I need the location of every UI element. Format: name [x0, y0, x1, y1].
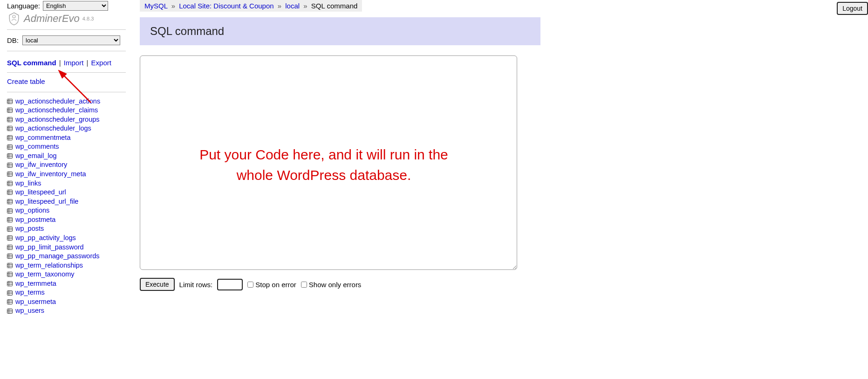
svg-rect-57: [7, 227, 13, 231]
table-row: wp_actionscheduler_logs: [7, 124, 126, 133]
table-link[interactable]: wp_term_relationships: [15, 261, 83, 270]
table-link[interactable]: wp_ifw_inventory: [15, 160, 67, 170]
table-row: wp_actionscheduler_actions: [7, 97, 126, 106]
table-row: wp_litespeed_url: [7, 188, 126, 197]
table-link[interactable]: wp_terms: [15, 288, 45, 297]
table-icon: [7, 135, 13, 140]
table-link[interactable]: wp_actionscheduler_logs: [15, 124, 91, 133]
breadcrumb: MySQL » Local Site: Discount & Coupon » …: [140, 0, 362, 12]
divider: [7, 92, 126, 92]
table-icon: [7, 290, 13, 296]
table-link[interactable]: wp_postmeta: [15, 215, 55, 225]
table-row: wp_pp_manage_passwords: [7, 252, 126, 261]
limit-rows-input[interactable]: [217, 279, 243, 290]
table-link[interactable]: wp_comments: [15, 142, 59, 152]
svg-rect-13: [7, 126, 13, 131]
svg-rect-49: [7, 208, 13, 213]
table-link[interactable]: wp_links: [15, 179, 41, 188]
table-row: wp_email_log: [7, 152, 126, 161]
svg-rect-29: [7, 163, 13, 167]
table-link[interactable]: wp_pp_manage_passwords: [15, 252, 100, 261]
table-icon: [7, 181, 13, 186]
sql-textarea[interactable]: [140, 55, 517, 270]
table-link[interactable]: wp_users: [15, 306, 44, 316]
svg-rect-17: [7, 136, 13, 140]
crumb-page: SQL command: [311, 2, 358, 10]
svg-rect-1: [7, 99, 13, 103]
table-icon: [7, 163, 13, 168]
logout-button[interactable]: Logout: [837, 2, 868, 15]
table-icon: [7, 108, 13, 113]
table-link[interactable]: wp_posts: [15, 224, 44, 234]
svg-rect-45: [7, 199, 13, 204]
svg-rect-33: [7, 172, 13, 177]
crumb-server[interactable]: Local Site: Discount & Coupon: [179, 2, 273, 10]
table-link[interactable]: wp_actionscheduler_claims: [15, 106, 98, 115]
brand-version: 4.8.3: [82, 16, 94, 21]
table-row: wp_users: [7, 306, 126, 316]
stop-on-error-checkbox[interactable]: [247, 282, 253, 288]
language-label: Language:: [7, 2, 40, 10]
crumb-driver[interactable]: MySQL: [144, 2, 167, 10]
sidebar: Language: English AdminerEvo 4.8.3 DB: l…: [0, 0, 130, 320]
crumb-db[interactable]: local: [285, 2, 300, 10]
table-icon: [7, 299, 13, 304]
table-link[interactable]: wp_termmeta: [15, 279, 56, 289]
page-title-bar: SQL command: [140, 17, 540, 45]
table-icon: [7, 254, 13, 259]
link-create-table[interactable]: Create table: [7, 77, 45, 85]
table-link[interactable]: wp_options: [15, 206, 49, 215]
svg-rect-81: [7, 282, 13, 286]
table-row: wp_comments: [7, 142, 126, 152]
divider: [7, 29, 126, 30]
table-link[interactable]: wp_actionscheduler_actions: [15, 97, 100, 106]
table-link[interactable]: wp_litespeed_url: [15, 188, 66, 197]
svg-rect-89: [7, 300, 13, 304]
table-row: wp_links: [7, 179, 126, 188]
link-import[interactable]: Import: [64, 59, 84, 67]
table-icon: [7, 199, 13, 204]
db-select[interactable]: local: [22, 35, 120, 45]
table-icon: [7, 227, 13, 232]
table-icon: [7, 99, 13, 104]
table-link[interactable]: wp_litespeed_url_file: [15, 197, 78, 207]
table-icon: [7, 145, 13, 150]
table-link[interactable]: wp_actionscheduler_groups: [15, 115, 100, 124]
stop-on-error-label: Stop on error: [255, 281, 296, 289]
table-link[interactable]: wp_pp_limit_password: [15, 243, 84, 252]
language-select[interactable]: English: [43, 1, 108, 11]
table-icon: [7, 153, 13, 158]
table-icon: [7, 172, 13, 177]
action-links: SQL command | Import | Export: [7, 58, 126, 69]
table-link[interactable]: wp_ifw_inventory_meta: [15, 170, 86, 179]
table-link[interactable]: wp_commentmeta: [15, 133, 70, 143]
svg-rect-5: [7, 108, 13, 113]
table-link[interactable]: wp_pp_activity_logs: [15, 234, 76, 243]
table-row: wp_actionscheduler_groups: [7, 115, 126, 124]
table-list: wp_actionscheduler_actionswp_actionsched…: [7, 97, 126, 316]
brand-name: AdminerEvo: [24, 13, 80, 25]
svg-point-0: [13, 15, 15, 18]
svg-rect-25: [7, 154, 13, 158]
table-link[interactable]: wp_term_taxonomy: [15, 270, 75, 279]
brand: AdminerEvo 4.8.3: [7, 12, 126, 26]
table-link[interactable]: wp_email_log: [15, 152, 57, 161]
link-sql-command[interactable]: SQL command: [7, 59, 56, 67]
table-icon: [7, 235, 13, 241]
table-row: wp_options: [7, 206, 126, 215]
svg-rect-37: [7, 181, 13, 186]
show-only-errors-checkbox[interactable]: [301, 282, 307, 288]
execute-button[interactable]: Execute: [140, 278, 175, 291]
table-row: wp_posts: [7, 224, 126, 234]
svg-rect-41: [7, 190, 13, 195]
table-icon: [7, 263, 13, 268]
svg-rect-69: [7, 254, 13, 259]
link-export[interactable]: Export: [91, 59, 111, 67]
divider: [7, 72, 126, 73]
main-content: MySQL » Local Site: Discount & Coupon » …: [130, 0, 868, 320]
table-row: wp_commentmeta: [7, 133, 126, 143]
table-link[interactable]: wp_usermeta: [15, 297, 56, 307]
svg-rect-93: [7, 309, 13, 313]
table-row: wp_pp_activity_logs: [7, 234, 126, 243]
table-row: wp_postmeta: [7, 215, 126, 225]
